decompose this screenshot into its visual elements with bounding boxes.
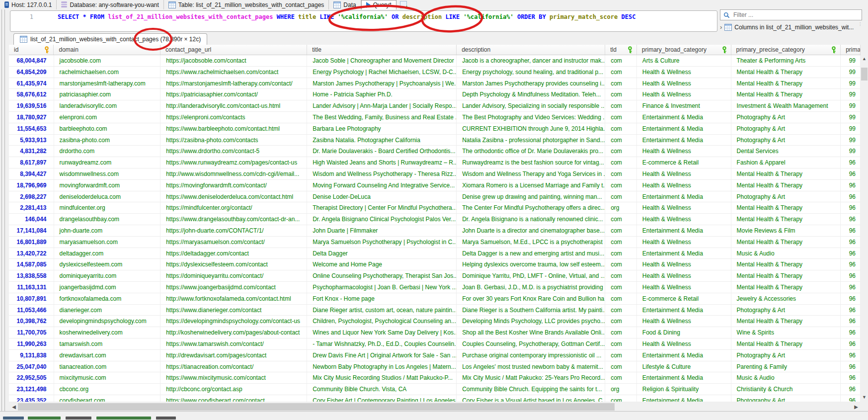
grid-cell[interactable]: Theater & Performing Arts bbox=[731, 55, 841, 66]
grid-cell[interactable]: High Waisted Jeans and Shorts | Runwaydr… bbox=[307, 157, 457, 168]
grid-cell[interactable]: elenproni.com bbox=[54, 112, 161, 123]
grid-cell[interactable]: Wines and Liquor New York Same Day Deliv… bbox=[307, 327, 457, 338]
grid-cell[interactable]: Health & Wellness bbox=[637, 67, 731, 78]
grid-cell[interactable]: com bbox=[605, 180, 637, 191]
grid-cell[interactable]: mindfulcenter.org bbox=[54, 202, 161, 213]
grid-cell[interactable]: http://www.fortknoxofalameda.com/contact… bbox=[160, 293, 307, 304]
grid-cell[interactable]: Health & Wellness bbox=[637, 237, 731, 248]
tab-host[interactable]: Host: 127.0.0.1 bbox=[0, 0, 57, 9]
table-row[interactable]: 11,990,263tamarswish.comhttps://www.tama… bbox=[9, 338, 861, 350]
grid-cell[interactable]: Purchase original contemporary impressio… bbox=[457, 350, 605, 361]
grid-cell[interactable]: https://www.runwaydreamz.com/pages/conta… bbox=[160, 157, 307, 168]
grid-cell[interactable]: com bbox=[605, 305, 637, 316]
grid-cell[interactable]: Denise grew up drawing and painting, win… bbox=[457, 191, 605, 202]
table-row[interactable]: 25,047,040tianacreation.comhttps://tiana… bbox=[9, 361, 861, 373]
grid-cell[interactable]: Psychopharmacologist | Joan B. Gerbasi |… bbox=[307, 282, 457, 293]
grid-cell[interactable]: 96 bbox=[841, 282, 861, 293]
grid-cell[interactable]: 4,831,282 bbox=[9, 146, 54, 157]
table-row[interactable]: 13,838,558dominiqueyarritu.comhttps://do… bbox=[9, 270, 861, 282]
grid-cell[interactable]: Music & Audio bbox=[731, 372, 841, 383]
grid-cell[interactable]: com bbox=[605, 350, 637, 361]
table-row[interactable]: 9,131,838drewdavisart.comhttp://drewdavi… bbox=[9, 350, 861, 361]
grid-cell[interactable]: https://dominiqueyarritu.com/contact/ bbox=[160, 270, 307, 281]
grid-cell[interactable]: Lander Advisory | Ann-Marja Lander | Soc… bbox=[307, 100, 457, 111]
grid-cell[interactable]: com bbox=[605, 146, 637, 157]
grid-cell[interactable]: deniseloderdeluca.com bbox=[54, 191, 161, 202]
grid-cell[interactable]: https://www.dianerieger.com/contact bbox=[160, 305, 307, 316]
grid-cell[interactable]: The Best Photography and Video Services:… bbox=[457, 112, 605, 123]
grid-cell[interactable]: Wisdom and Wellness Psychotherapy - Ther… bbox=[307, 168, 457, 179]
grid-cell[interactable]: Movie Reviews & Film bbox=[731, 225, 841, 236]
grid-cell[interactable]: com bbox=[605, 338, 637, 349]
grid-cell[interactable]: Therapist Directory | Center For Mindful… bbox=[307, 202, 457, 213]
tab-data[interactable]: Data bbox=[329, 0, 361, 9]
grid-cell[interactable]: https://maryasamuelson.com/contact/ bbox=[160, 237, 307, 248]
grid-cell[interactable]: Photography & Art bbox=[731, 123, 841, 134]
grid-cell[interactable]: Diane Rieger artist, custom art, ocean, … bbox=[307, 305, 457, 316]
table-row[interactable]: 17,141,084john-duarte.comhttps://john-du… bbox=[9, 225, 861, 237]
grid-cell[interactable]: 96 bbox=[841, 202, 861, 213]
grid-cell[interactable]: Health & Wellness bbox=[637, 168, 731, 179]
grid-cell[interactable]: Marston James Psychotherapy provides cou… bbox=[457, 78, 605, 89]
horizontal-scrollbar[interactable]: ◀ ▶ bbox=[9, 403, 861, 411]
grid-cell[interactable]: For over 30 years Fort Knox Rare Coin an… bbox=[457, 293, 605, 304]
grid-cell[interactable]: 10,807,891 bbox=[9, 293, 54, 304]
grid-cell[interactable]: 14,587,085 bbox=[9, 259, 54, 270]
grid-cell[interactable]: 2,698,227 bbox=[9, 191, 54, 202]
grid-cell[interactable]: 99 bbox=[841, 100, 861, 111]
scroll-left-arrow-icon[interactable]: ◀ bbox=[10, 403, 18, 411]
grid-cell[interactable]: Marston James Psychotherapy | Psychoanal… bbox=[307, 78, 457, 89]
grid-cell[interactable]: http://www.wisdomnwellness.com/cdn-cgi/l… bbox=[160, 168, 307, 179]
grid-cell[interactable]: Health & Wellness bbox=[637, 214, 731, 225]
grid-cell[interactable]: Children, Psychologist, Psychological Co… bbox=[307, 316, 457, 327]
grid-cell[interactable]: com bbox=[605, 168, 637, 179]
grid-cell[interactable]: Photography & Art bbox=[731, 135, 841, 146]
grid-cell[interactable]: 13,838,558 bbox=[9, 270, 54, 281]
grid-cell[interactable]: Developing Minds Psychology, LLC provide… bbox=[457, 316, 605, 327]
column-header-primary_precise_category[interactable]: primary_precise_category bbox=[731, 45, 841, 55]
grid-cell[interactable]: 99 bbox=[841, 67, 861, 78]
grid-cell[interactable]: 10,398,762 bbox=[9, 316, 54, 327]
grid-cell[interactable]: tianacreation.com bbox=[54, 361, 161, 372]
grid-cell[interactable]: com bbox=[605, 327, 637, 338]
grid-cell[interactable]: 16,801,889 bbox=[9, 237, 54, 248]
grid-cell[interactable]: cbconc.org bbox=[54, 384, 161, 395]
grid-cell[interactable]: 96 bbox=[841, 361, 861, 372]
grid-cell[interactable]: E-commerce & Retail bbox=[637, 293, 731, 304]
grid-cell[interactable]: mixcitymusic.com bbox=[54, 372, 161, 383]
grid-cell[interactable]: 11,700,705 bbox=[9, 327, 54, 338]
grid-cell[interactable]: Mix City Music / Matt Pakucko: 25-Years … bbox=[457, 372, 605, 383]
grid-cell[interactable]: Entertainment & Media bbox=[637, 225, 731, 236]
grid-cell[interactable]: https://www.barbleephoto.com/contact.htm… bbox=[160, 123, 307, 134]
grid-cell[interactable]: com bbox=[605, 135, 637, 146]
grid-cell[interactable]: Dr. Angela Bisignano Clinical Psychologi… bbox=[307, 214, 457, 225]
grid-cell[interactable]: Couples Counseling, Psychotherapy, Gottm… bbox=[457, 338, 605, 349]
grid-cell[interactable]: movingforwardmft.com bbox=[54, 180, 161, 191]
grid-cell[interactable]: landeradvisoryllc.com bbox=[54, 100, 161, 111]
grid-cell[interactable]: Lander Advisory, Specializing in sociall… bbox=[457, 100, 605, 111]
grid-cell[interactable]: Mental Health & Therapy bbox=[731, 202, 841, 213]
column-header-id[interactable]: id bbox=[9, 45, 54, 55]
grid-cell[interactable]: com bbox=[605, 89, 637, 100]
grid-cell[interactable]: drdortho.com bbox=[54, 146, 161, 157]
grid-cell[interactable]: https://www.tamarswish.com/contact/ bbox=[160, 338, 307, 349]
grid-cell[interactable]: 96 bbox=[841, 350, 861, 361]
table-row[interactable]: 18,796,969movingforwardmft.comhttps://mo… bbox=[9, 180, 861, 191]
grid-cell[interactable]: Mental Health & Therapy bbox=[731, 168, 841, 179]
grid-cell[interactable]: 8,617,897 bbox=[9, 157, 54, 168]
grid-cell[interactable]: 11,163,131 bbox=[9, 282, 54, 293]
result-tab[interactable]: list_of_21_million_websites_with_contact… bbox=[13, 33, 207, 45]
grid-cell[interactable]: com bbox=[605, 123, 637, 134]
grid-cell[interactable]: com bbox=[605, 270, 637, 281]
grid-cell[interactable]: com bbox=[605, 225, 637, 236]
grid-cell[interactable]: maryasamuelson.com bbox=[54, 237, 161, 248]
grid-cell[interactable]: 99 bbox=[841, 123, 861, 134]
grid-cell[interactable]: Drew Davis Fine Art | Original Artwork f… bbox=[307, 350, 457, 361]
grid-cell[interactable]: Delta Dagger bbox=[307, 248, 457, 259]
grid-cell[interactable]: Denise Loder-DeLuca bbox=[307, 191, 457, 202]
grid-cell[interactable]: com bbox=[605, 67, 637, 78]
column-header-title[interactable]: title bbox=[307, 45, 457, 55]
table-row[interactable]: 2,281,413mindfulcenter.orghttps://mindfu… bbox=[9, 202, 861, 214]
table-row[interactable]: 58,676,612patriciasaphier.comhttps://pat… bbox=[9, 89, 861, 100]
tab-query[interactable]: Query* bbox=[361, 0, 396, 9]
